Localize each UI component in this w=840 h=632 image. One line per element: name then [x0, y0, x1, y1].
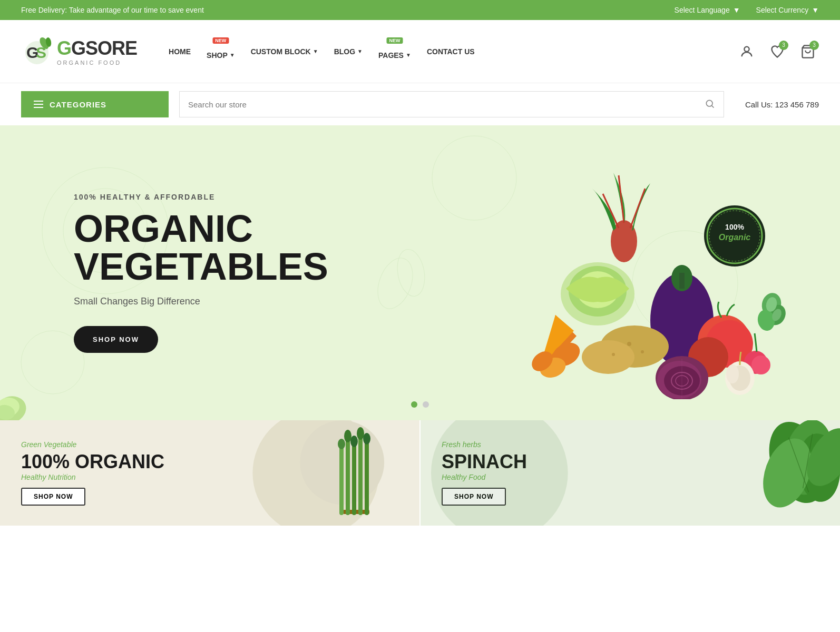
bottom-banners: Green Vegetable 100% ORGANIC Healthy Nut… [0, 420, 840, 526]
hero-description: Small Changes Big Difference [74, 296, 306, 307]
slide-dot-2[interactable] [423, 401, 429, 408]
custom-block-chevron-icon: ▼ [313, 48, 318, 54]
search-wrapper [179, 91, 724, 117]
svg-point-5 [744, 46, 749, 51]
slide-dots [411, 401, 429, 408]
svg-text:Organic: Organic [719, 233, 751, 242]
svg-point-40 [751, 355, 770, 374]
nav-custom-block[interactable]: CUSTOM BLOCK ▼ [251, 47, 318, 56]
header-icons: 3 3 [736, 41, 819, 63]
cabbage-decoration [0, 373, 47, 420]
search-submit-button[interactable] [705, 98, 715, 111]
svg-line-19 [630, 189, 645, 228]
hero-title-line1: ORGANIC [74, 210, 306, 248]
slide-dot-1[interactable] [411, 401, 417, 408]
blog-chevron-icon: ▼ [357, 48, 363, 54]
svg-line-18 [619, 175, 624, 223]
call-us-text: Call Us: 123 456 789 [745, 100, 819, 109]
nav-contact-label: CONTACT US [427, 47, 475, 56]
asparagus-illustration [314, 426, 398, 526]
svg-point-7 [706, 100, 712, 106]
nav-custom-block-label: CUSTOM BLOCK [251, 47, 311, 56]
svg-point-14 [372, 253, 419, 313]
shop-badge: New [212, 37, 229, 44]
nav-shop-label: SHOP [207, 51, 228, 60]
svg-point-75 [338, 439, 345, 449]
currency-select[interactable]: Select Currency ▼ [756, 6, 819, 14]
svg-point-28 [627, 342, 631, 346]
language-label: Select Language [675, 6, 730, 14]
svg-rect-70 [339, 444, 344, 515]
logo[interactable]: G S GGSORE ORGANIC FOOD [21, 36, 137, 67]
hero-content: 100% HEALTHY & AFFORDABLE ORGANIC VEGETA… [0, 193, 306, 353]
language-select[interactable]: Select Language ▼ [675, 6, 740, 14]
nav-pages[interactable]: New PAGES ▼ [378, 44, 411, 60]
banner-left: Green Vegetable 100% ORGANIC Healthy Nut… [0, 420, 419, 526]
categories-label: CATEGORIES [50, 100, 106, 109]
shop-now-button[interactable]: SHOP NOW [74, 326, 158, 353]
svg-point-43 [726, 364, 739, 383]
svg-rect-69 [365, 439, 369, 515]
svg-point-72 [350, 436, 358, 447]
svg-point-74 [363, 433, 370, 445]
hero-image-area: 100% Organic [439, 125, 808, 420]
logo-text: GGSORE ORGANIC FOOD [57, 37, 137, 66]
account-icon [739, 44, 754, 59]
spinach-illustration [692, 420, 840, 526]
currency-chevron-icon: ▼ [812, 6, 819, 14]
top-bar-right: Select Language ▼ Select Currency ▼ [675, 6, 819, 14]
currency-label: Select Currency [756, 6, 809, 14]
svg-line-8 [712, 105, 714, 107]
svg-point-73 [357, 427, 364, 440]
hero-section: 100% HEALTHY & AFFORDABLE ORGANIC VEGETA… [0, 125, 840, 420]
hero-subtitle: 100% HEALTHY & AFFORDABLE [74, 193, 306, 201]
vegetables-illustration: 100% Organic [461, 146, 787, 399]
hero-title-line2: VEGETABLES [74, 248, 306, 285]
hamburger-icon [34, 101, 43, 108]
svg-rect-68 [358, 433, 363, 515]
pages-badge: New [386, 37, 403, 44]
svg-rect-25 [679, 273, 685, 289]
svg-point-27 [582, 340, 634, 374]
logo-brand: GGSORE [57, 37, 137, 60]
search-row: CATEGORIES Call Us: 123 456 789 [0, 83, 840, 125]
nav-blog-label: BLOG [334, 47, 355, 56]
nav-pages-label: PAGES [378, 51, 404, 60]
pages-chevron-icon: ▼ [406, 52, 411, 58]
search-input[interactable] [188, 100, 705, 109]
top-bar: Free Delivery: Take advantage of our tim… [0, 0, 840, 20]
nav-shop[interactable]: New SHOP ▼ [207, 44, 235, 60]
categories-button[interactable]: CATEGORIES [21, 91, 169, 117]
nav-home[interactable]: HOME [169, 47, 191, 56]
nav-contact[interactable]: CONTACT US [427, 47, 475, 56]
promo-text: Free Delivery: Take advantage of our tim… [21, 6, 204, 14]
svg-point-71 [344, 430, 351, 442]
language-chevron-icon: ▼ [733, 6, 740, 14]
hero-title: ORGANIC VEGETABLES [74, 210, 306, 285]
search-icon [705, 98, 715, 109]
svg-point-30 [612, 353, 615, 356]
svg-point-29 [641, 350, 644, 353]
cart-button[interactable]: 3 [797, 41, 819, 63]
svg-rect-67 [352, 441, 356, 515]
banner-right: Fresh herbs SPINACH Healthy Food SHOP NO… [421, 420, 840, 526]
cart-badge: 3 [809, 41, 819, 50]
logo-g: G [57, 37, 71, 59]
shop-chevron-icon: ▼ [230, 52, 235, 58]
nav-home-label: HOME [169, 47, 191, 56]
main-nav: HOME New SHOP ▼ CUSTOM BLOCK ▼ BLOG ▼ Ne… [169, 44, 736, 60]
svg-point-76 [431, 420, 568, 526]
wishlist-button[interactable]: 3 [766, 41, 788, 63]
account-button[interactable] [736, 41, 758, 63]
nav-blog[interactable]: BLOG ▼ [334, 47, 363, 56]
svg-rect-66 [346, 436, 350, 515]
logo-subtitle: ORGANIC FOOD [57, 60, 137, 66]
wishlist-badge: 3 [779, 41, 788, 50]
svg-text:100%: 100% [725, 223, 744, 231]
header: G S GGSORE ORGANIC FOOD HOME New SHOP ▼ … [0, 20, 840, 83]
svg-point-15 [394, 247, 428, 298]
logo-icon: G S [21, 36, 53, 67]
